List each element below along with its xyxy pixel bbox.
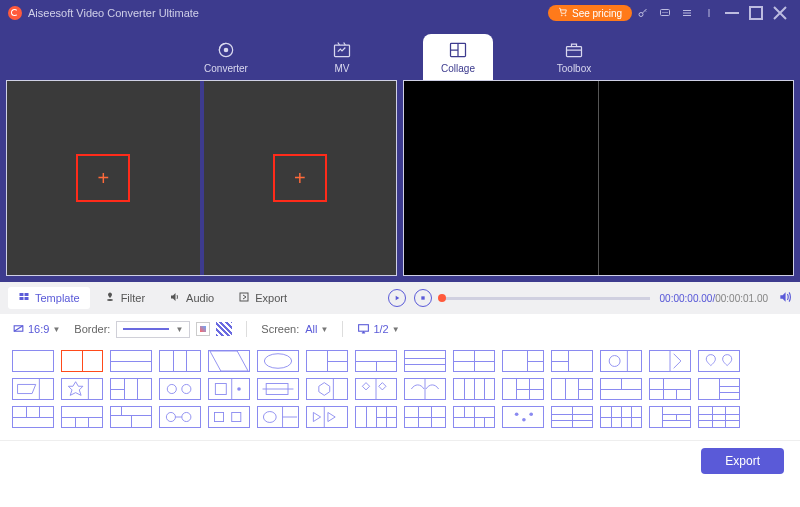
- template-item[interactable]: [306, 378, 348, 400]
- timeline-playhead[interactable]: [438, 294, 446, 302]
- template-item[interactable]: [110, 350, 152, 372]
- toolbox-icon: [564, 40, 584, 60]
- template-item[interactable]: [502, 350, 544, 372]
- export-icon: [238, 291, 250, 305]
- export-button[interactable]: Export: [701, 448, 784, 474]
- template-item[interactable]: [306, 406, 348, 428]
- svg-point-33: [263, 412, 276, 423]
- svg-point-23: [609, 356, 620, 367]
- menu-icon[interactable]: [676, 2, 698, 24]
- svg-rect-12: [567, 47, 582, 57]
- tab-filter-label: Filter: [121, 292, 145, 304]
- template-item[interactable]: [12, 378, 54, 400]
- template-item[interactable]: [61, 378, 103, 400]
- nav-toolbox[interactable]: Toolbox: [539, 34, 609, 80]
- svg-point-17: [107, 299, 113, 301]
- template-item[interactable]: [502, 406, 544, 428]
- minimize-button[interactable]: [720, 2, 744, 24]
- monitor-icon: [357, 322, 370, 337]
- collage-slot-2[interactable]: +: [204, 81, 397, 275]
- collage-slot-1[interactable]: +: [7, 81, 200, 275]
- svg-point-2: [639, 13, 643, 17]
- template-item[interactable]: [159, 406, 201, 428]
- template-item[interactable]: [600, 378, 642, 400]
- see-pricing-label: See pricing: [572, 8, 622, 19]
- tab-template[interactable]: Template: [8, 287, 90, 309]
- preview-divider: [598, 81, 599, 275]
- template-item[interactable]: [61, 406, 103, 428]
- template-item[interactable]: [600, 350, 642, 372]
- template-item[interactable]: [649, 350, 691, 372]
- template-item[interactable]: [551, 378, 593, 400]
- ratio-icon: [12, 322, 25, 337]
- preview-slot-1: [404, 81, 595, 275]
- template-item[interactable]: [355, 406, 397, 428]
- feedback-icon[interactable]: [654, 2, 676, 24]
- template-item[interactable]: [110, 406, 152, 428]
- template-item[interactable]: [355, 350, 397, 372]
- template-item[interactable]: [404, 406, 446, 428]
- border-pattern-button[interactable]: [216, 322, 232, 336]
- template-item[interactable]: [453, 378, 495, 400]
- template-item[interactable]: [551, 406, 593, 428]
- stop-button[interactable]: [414, 289, 432, 307]
- svg-point-29: [166, 412, 175, 421]
- see-pricing-button[interactable]: See pricing: [548, 5, 632, 21]
- tab-audio[interactable]: Audio: [159, 287, 224, 309]
- maximize-button[interactable]: [744, 2, 768, 24]
- template-item[interactable]: [698, 378, 740, 400]
- svg-point-9: [224, 48, 227, 51]
- template-item[interactable]: [208, 350, 250, 372]
- nav-converter[interactable]: Converter: [191, 34, 261, 80]
- template-item[interactable]: [12, 406, 54, 428]
- close-button[interactable]: [768, 2, 792, 24]
- timeline-slider[interactable]: [440, 297, 650, 300]
- template-item[interactable]: [208, 378, 250, 400]
- template-item[interactable]: [159, 350, 201, 372]
- template-grid: [0, 344, 800, 440]
- svg-rect-19: [421, 296, 424, 299]
- cart-icon: [558, 7, 568, 19]
- template-item[interactable]: [12, 350, 54, 372]
- svg-rect-32: [232, 412, 241, 421]
- svg-rect-7: [750, 7, 762, 19]
- tab-filter[interactable]: Filter: [94, 287, 155, 309]
- template-item[interactable]: [159, 378, 201, 400]
- svg-point-24: [167, 384, 176, 393]
- template-item[interactable]: [306, 350, 348, 372]
- template-item[interactable]: [698, 406, 740, 428]
- template-item[interactable]: [453, 406, 495, 428]
- template-item[interactable]: [551, 350, 593, 372]
- template-item[interactable]: [110, 378, 152, 400]
- page-dropdown[interactable]: 1/2 ▼: [357, 322, 399, 337]
- template-item[interactable]: [404, 378, 446, 400]
- border-style-dropdown[interactable]: ▼: [116, 321, 190, 338]
- nav-converter-label: Converter: [204, 63, 248, 74]
- nav-collage[interactable]: Collage: [423, 34, 493, 80]
- nav-mv[interactable]: MV: [307, 34, 377, 80]
- border-color-picker[interactable]: [196, 322, 210, 336]
- screen-dropdown[interactable]: All ▼: [305, 323, 328, 335]
- svg-point-0: [561, 15, 562, 16]
- template-item[interactable]: [649, 378, 691, 400]
- template-item[interactable]: [355, 378, 397, 400]
- template-item[interactable]: [257, 406, 299, 428]
- template-item[interactable]: [698, 350, 740, 372]
- volume-button[interactable]: [778, 290, 792, 306]
- nav-collage-label: Collage: [441, 63, 475, 74]
- template-item[interactable]: [257, 350, 299, 372]
- play-button[interactable]: [388, 289, 406, 307]
- template-item[interactable]: [600, 406, 642, 428]
- chevron-down-icon: ▼: [321, 325, 329, 334]
- template-item[interactable]: [453, 350, 495, 372]
- template-item-selected[interactable]: [61, 350, 103, 372]
- tab-export[interactable]: Export: [228, 287, 297, 309]
- template-item[interactable]: [649, 406, 691, 428]
- template-item[interactable]: [257, 378, 299, 400]
- svg-rect-14: [25, 293, 29, 296]
- template-item[interactable]: [502, 378, 544, 400]
- aspect-ratio-dropdown[interactable]: 16:9 ▼: [12, 322, 60, 337]
- template-item[interactable]: [404, 350, 446, 372]
- key-icon[interactable]: [632, 2, 654, 24]
- template-item[interactable]: [208, 406, 250, 428]
